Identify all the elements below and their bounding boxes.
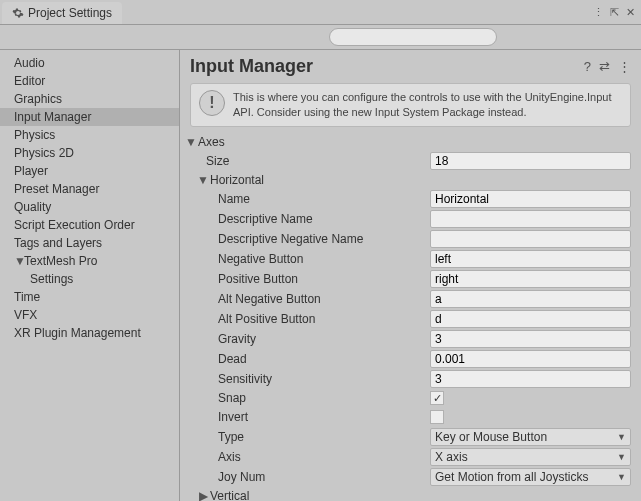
sensitivity-input[interactable] [430,370,631,388]
size-input[interactable] [430,152,631,170]
foldout-horizontal[interactable]: ▼ Horizontal [180,171,641,189]
sidebar-item-vfx[interactable]: VFX [0,306,179,324]
negative-button-label: Negative Button [180,252,430,266]
sidebar-item-audio[interactable]: Audio [0,54,179,72]
sidebar-item-physics[interactable]: Physics [0,126,179,144]
alt-negative-button-input[interactable] [430,290,631,308]
alt-positive-button-label: Alt Positive Button [180,312,430,326]
search-bar: ⌕ [0,25,641,50]
titlebar: Project Settings ⋮ ⇱ ✕ [0,0,641,25]
joy-num-select[interactable]: Get Motion from all Joysticks▼ [430,468,631,486]
sidebar-item-preset-manager[interactable]: Preset Manager [0,180,179,198]
name-input[interactable] [430,190,631,208]
help-icon[interactable]: ? [584,59,591,74]
sidebar-item-time[interactable]: Time [0,288,179,306]
type-label: Type [180,430,430,444]
search-input[interactable] [329,28,497,46]
sidebar-item-editor[interactable]: Editor [0,72,179,90]
sensitivity-label: Sensitivity [180,372,430,386]
sidebar-item-quality[interactable]: Quality [0,198,179,216]
axis-select[interactable]: X axis▼ [430,448,631,466]
info-box: ! This is where you can configure the co… [190,83,631,127]
tab-title: Project Settings [28,6,112,20]
chevron-down-icon: ▼ [617,432,626,442]
gear-icon [12,7,24,19]
descriptive-name-input[interactable] [430,210,631,228]
foldout-axes[interactable]: ▼ Axes [180,133,641,151]
sidebar-item-tags-and-layers[interactable]: Tags and Layers [0,234,179,252]
sidebar-item-input-manager[interactable]: Input Manager [0,108,179,126]
foldout-arrow-icon: ▼ [184,135,198,149]
descriptive-negative-name-input[interactable] [430,230,631,248]
sidebar-item-textmesh-settings[interactable]: Settings [0,270,179,288]
menu-icon[interactable]: ⋮ [591,5,605,19]
window-tab[interactable]: Project Settings [2,2,122,24]
sidebar-item-script-execution-order[interactable]: Script Execution Order [0,216,179,234]
info-text: This is where you can configure the cont… [233,90,622,120]
sidebar-item-graphics[interactable]: Graphics [0,90,179,108]
snap-label: Snap [180,391,430,405]
foldout-arrow-icon: ▼ [196,173,210,187]
size-label: Size [180,154,430,168]
gravity-label: Gravity [180,332,430,346]
close-icon[interactable]: ✕ [623,5,637,19]
negative-button-input[interactable] [430,250,631,268]
sidebar-item-xr-plugin-management[interactable]: XR Plugin Management [0,324,179,342]
snap-checkbox[interactable]: ✓ [430,391,444,405]
info-icon: ! [199,90,225,116]
name-label: Name [180,192,430,206]
sidebar-item-textmesh-pro[interactable]: ▼TextMesh Pro [0,252,179,270]
main-panel: Input Manager ? ⇄ ⋮ ! This is where you … [180,50,641,501]
foldout-arrow-icon: ▶ [196,489,210,501]
dead-label: Dead [180,352,430,366]
descriptive-name-label: Descriptive Name [180,212,430,226]
chevron-down-icon: ▼ [617,472,626,482]
invert-label: Invert [180,410,430,424]
sidebar: Audio Editor Graphics Input Manager Phys… [0,50,180,501]
dead-input[interactable] [430,350,631,368]
foldout-icon: ▼ [14,254,24,268]
descriptive-negative-name-label: Descriptive Negative Name [180,232,430,246]
alt-positive-button-input[interactable] [430,310,631,328]
joy-num-label: Joy Num [180,470,430,484]
axis-label: Axis [180,450,430,464]
type-select[interactable]: Key or Mouse Button▼ [430,428,631,446]
positive-button-input[interactable] [430,270,631,288]
chevron-down-icon: ▼ [617,452,626,462]
sidebar-item-player[interactable]: Player [0,162,179,180]
foldout-vertical[interactable]: ▶ Vertical [180,487,641,501]
sidebar-item-physics-2d[interactable]: Physics 2D [0,144,179,162]
invert-checkbox[interactable] [430,410,444,424]
preset-icon[interactable]: ⇄ [599,59,610,74]
gravity-input[interactable] [430,330,631,348]
positive-button-label: Positive Button [180,272,430,286]
undock-icon[interactable]: ⇱ [607,5,621,19]
context-menu-icon[interactable]: ⋮ [618,59,631,74]
alt-negative-button-label: Alt Negative Button [180,292,430,306]
page-title: Input Manager [190,56,313,77]
